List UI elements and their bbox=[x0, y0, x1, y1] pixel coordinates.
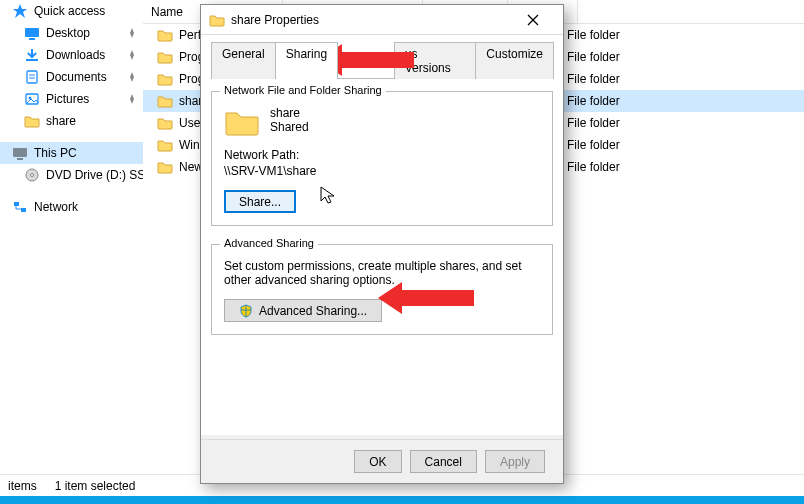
pin-icon bbox=[127, 28, 137, 38]
explorer-nav-tree: Quick access Desktop Downloads Documents bbox=[0, 0, 143, 490]
tab-sharing[interactable]: Sharing bbox=[275, 42, 338, 79]
disc-icon bbox=[24, 167, 40, 183]
cancel-button[interactable]: Cancel bbox=[410, 450, 477, 473]
folder-icon bbox=[157, 71, 173, 87]
tab-previous-versions[interactable]: us Versions bbox=[394, 42, 477, 79]
shield-icon bbox=[239, 304, 253, 318]
share-name: share bbox=[270, 106, 309, 120]
file-type-cell: File folder bbox=[567, 138, 620, 152]
svg-marker-0 bbox=[13, 4, 27, 18]
desktop-icon bbox=[24, 25, 40, 41]
documents-icon bbox=[24, 69, 40, 85]
svg-rect-3 bbox=[26, 59, 38, 61]
pin-icon bbox=[127, 72, 137, 82]
taskbar-strip bbox=[0, 496, 804, 504]
share-state: Shared bbox=[270, 120, 309, 134]
folder-icon bbox=[157, 93, 173, 109]
nav-label: Quick access bbox=[34, 4, 105, 18]
pin-icon bbox=[127, 94, 137, 104]
advanced-sharing-desc: Set custom permissions, create multiple … bbox=[224, 259, 540, 287]
network-path-value: \\SRV-VM1\share bbox=[224, 164, 540, 178]
nav-label: Downloads bbox=[46, 48, 105, 62]
group-network-sharing: Network File and Folder Sharing share Sh… bbox=[211, 91, 553, 226]
folder-icon bbox=[24, 113, 40, 129]
folder-icon bbox=[157, 115, 173, 131]
apply-button[interactable]: Apply bbox=[485, 450, 545, 473]
nav-desktop[interactable]: Desktop bbox=[0, 22, 143, 44]
ok-button[interactable]: OK bbox=[354, 450, 401, 473]
folder-icon bbox=[157, 137, 173, 153]
dialog-title: share Properties bbox=[231, 13, 319, 27]
group-label: Advanced Sharing bbox=[220, 237, 318, 249]
nav-downloads[interactable]: Downloads bbox=[0, 44, 143, 66]
group-advanced-sharing: Advanced Sharing Set custom permissions,… bbox=[211, 244, 553, 335]
star-icon bbox=[12, 3, 28, 19]
nav-label: Network bbox=[34, 200, 78, 214]
file-type-cell: File folder bbox=[567, 116, 620, 130]
svg-rect-2 bbox=[29, 38, 35, 40]
nav-network[interactable]: Network bbox=[0, 196, 143, 218]
nav-documents[interactable]: Documents bbox=[0, 66, 143, 88]
file-type-cell: File folder bbox=[567, 72, 620, 86]
nav-label: Documents bbox=[46, 70, 107, 84]
properties-dialog: share Properties General Sharing us Vers… bbox=[200, 4, 564, 484]
svg-rect-1 bbox=[25, 28, 39, 37]
nav-label: This PC bbox=[34, 146, 77, 160]
pc-icon bbox=[12, 145, 28, 161]
nav-label: Desktop bbox=[46, 26, 90, 40]
tab-general[interactable]: General bbox=[211, 42, 276, 79]
folder-icon bbox=[157, 27, 173, 43]
file-type-cell: File folder bbox=[567, 160, 620, 174]
folder-icon bbox=[209, 12, 225, 28]
nav-share-folder[interactable]: share bbox=[0, 110, 143, 132]
svg-point-12 bbox=[31, 174, 34, 177]
advanced-sharing-button[interactable]: Advanced Sharing... bbox=[224, 299, 382, 322]
nav-label: DVD Drive (D:) SSS_X6 bbox=[46, 168, 143, 182]
nav-this-pc[interactable]: This PC bbox=[0, 142, 143, 164]
nav-dvd[interactable]: DVD Drive (D:) SSS_X6 bbox=[0, 164, 143, 186]
nav-quick-access[interactable]: Quick access bbox=[0, 0, 143, 22]
folder-icon bbox=[157, 49, 173, 65]
status-items: items bbox=[8, 479, 37, 493]
close-button[interactable] bbox=[527, 14, 555, 26]
share-button[interactable]: Share... bbox=[224, 190, 296, 213]
advanced-sharing-button-label: Advanced Sharing... bbox=[259, 304, 367, 318]
tab-strip: General Sharing us Versions Customize bbox=[211, 41, 553, 79]
svg-rect-9 bbox=[13, 148, 27, 157]
folder-large-icon bbox=[224, 106, 260, 138]
downloads-icon bbox=[24, 47, 40, 63]
tab-customize[interactable]: Customize bbox=[475, 42, 554, 79]
svg-rect-10 bbox=[17, 158, 23, 160]
dialog-body: General Sharing us Versions Customize Ne… bbox=[201, 35, 563, 435]
dialog-footer: OK Cancel Apply bbox=[201, 439, 563, 483]
file-type-cell: File folder bbox=[567, 28, 620, 42]
nav-pictures[interactable]: Pictures bbox=[0, 88, 143, 110]
svg-rect-4 bbox=[27, 71, 37, 83]
pictures-icon bbox=[24, 91, 40, 107]
group-label: Network File and Folder Sharing bbox=[220, 84, 386, 96]
status-selected: 1 item selected bbox=[55, 479, 136, 493]
svg-rect-13 bbox=[14, 202, 19, 206]
file-type-cell: File folder bbox=[567, 50, 620, 64]
pin-icon bbox=[127, 50, 137, 60]
network-icon bbox=[12, 199, 28, 215]
dialog-titlebar[interactable]: share Properties bbox=[201, 5, 563, 35]
network-path-label: Network Path: bbox=[224, 148, 540, 162]
folder-icon bbox=[157, 159, 173, 175]
nav-label: Pictures bbox=[46, 92, 89, 106]
file-type-cell: File folder bbox=[567, 94, 620, 108]
nav-label: share bbox=[46, 114, 76, 128]
